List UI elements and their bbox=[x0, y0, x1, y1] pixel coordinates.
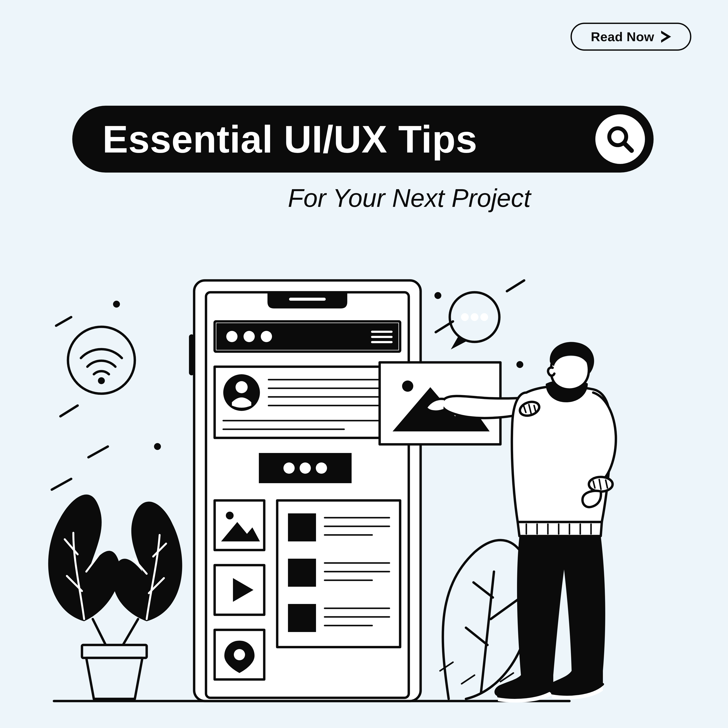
svg-line-9 bbox=[52, 479, 71, 489]
svg-point-39 bbox=[316, 462, 327, 474]
svg-point-21 bbox=[226, 331, 237, 342]
svg-point-66 bbox=[516, 361, 523, 368]
read-now-label: Read Now bbox=[591, 29, 654, 44]
svg-line-12 bbox=[123, 619, 138, 645]
svg-rect-13 bbox=[82, 645, 147, 658]
svg-line-6 bbox=[56, 317, 71, 326]
phone-mockup bbox=[189, 280, 421, 701]
image-tile-icon bbox=[215, 500, 264, 550]
svg-point-64 bbox=[480, 313, 488, 321]
pagination-dots bbox=[259, 453, 352, 483]
title-search-bar: Essential UI/UX Tips bbox=[72, 106, 654, 173]
plant-illustration bbox=[48, 495, 182, 699]
svg-point-10 bbox=[154, 443, 161, 450]
svg-point-37 bbox=[283, 462, 295, 474]
page-subtitle: For Your Next Project bbox=[0, 184, 728, 213]
svg-line-68 bbox=[507, 280, 524, 291]
wifi-icon bbox=[68, 327, 135, 394]
svg-point-65 bbox=[434, 292, 441, 299]
svg-point-63 bbox=[471, 313, 479, 321]
svg-point-38 bbox=[300, 462, 311, 474]
svg-point-23 bbox=[261, 331, 272, 342]
svg-point-22 bbox=[243, 331, 255, 342]
svg-point-59 bbox=[402, 381, 413, 392]
svg-rect-54 bbox=[288, 604, 316, 632]
svg-point-44 bbox=[234, 649, 245, 660]
search-icon-badge[interactable] bbox=[595, 114, 645, 164]
svg-line-7 bbox=[60, 405, 78, 416]
svg-line-11 bbox=[93, 619, 106, 645]
svg-point-4 bbox=[98, 377, 105, 384]
svg-point-62 bbox=[461, 313, 469, 321]
page-title: Essential UI/UX Tips bbox=[102, 117, 595, 161]
svg-point-5 bbox=[113, 301, 120, 307]
hero-illustration: .ln { fill:none; stroke:#0b0b0b; stroke-… bbox=[43, 278, 685, 708]
svg-line-67 bbox=[436, 321, 453, 332]
svg-point-41 bbox=[226, 512, 234, 519]
svg-rect-50 bbox=[288, 559, 316, 587]
read-now-button[interactable]: Read Now bbox=[570, 23, 691, 51]
arrow-right-icon bbox=[661, 31, 671, 43]
svg-line-1 bbox=[624, 143, 632, 151]
chat-bubble-icon bbox=[450, 292, 499, 349]
svg-rect-17 bbox=[289, 298, 326, 301]
search-icon bbox=[605, 124, 635, 154]
svg-line-8 bbox=[89, 447, 108, 457]
svg-rect-46 bbox=[288, 513, 316, 541]
location-tile-icon bbox=[215, 630, 264, 679]
play-tile-icon bbox=[215, 565, 264, 615]
avatar-icon bbox=[223, 374, 260, 411]
svg-point-29 bbox=[236, 381, 248, 393]
